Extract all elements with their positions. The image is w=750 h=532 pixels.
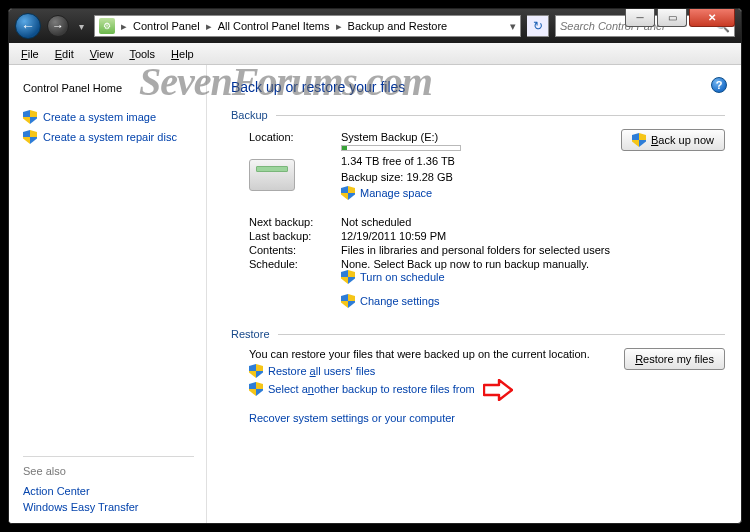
refresh-button[interactable]: ↻ [527, 15, 549, 37]
menu-bar: File Edit View Tools Help [9, 43, 741, 65]
recover-system-link[interactable]: Recover system settings or your computer [249, 412, 455, 424]
minimize-button[interactable]: ─ [625, 9, 655, 27]
link-label: Manage space [360, 187, 432, 199]
restore-legend: Restore [231, 328, 278, 340]
breadcrumb[interactable]: ⚙ ▸ Control Panel ▸ All Control Panel It… [94, 15, 521, 37]
chevron-down-icon[interactable]: ▾ [510, 20, 520, 33]
sidebar-action-center[interactable]: Action Center [23, 483, 194, 499]
free-space: 1.34 TB free of 1.36 TB [341, 155, 611, 167]
shield-icon [249, 382, 263, 396]
sidebar: Control Panel Home Create a system image… [9, 65, 207, 523]
backup-section: Backup Location: System Backup (E:) [231, 109, 725, 314]
shield-icon [341, 270, 355, 284]
last-backup-value: 12/19/2011 10:59 PM [341, 230, 725, 242]
menu-tools[interactable]: Tools [121, 46, 163, 62]
breadcrumb-item[interactable]: All Control Panel Items [216, 20, 332, 32]
chevron-right-icon: ▸ [332, 20, 346, 33]
breadcrumb-item[interactable]: Backup and Restore [346, 20, 450, 32]
menu-help[interactable]: Help [163, 46, 202, 62]
shield-icon [632, 133, 646, 147]
link-label: Turn on schedule [360, 271, 445, 283]
sidebar-item-label: Create a system repair disc [43, 131, 177, 143]
disk-usage-bar [341, 145, 461, 151]
breadcrumb-item[interactable]: Control Panel [131, 20, 202, 32]
shield-icon [341, 294, 355, 308]
backup-legend: Backup [231, 109, 276, 121]
location-value: System Backup (E:) [341, 131, 611, 143]
maximize-button[interactable]: ▭ [657, 9, 687, 27]
chevron-right-icon: ▸ [202, 20, 216, 33]
link-label: Restore all users' files [268, 365, 375, 377]
last-backup-label: Last backup: [249, 230, 341, 242]
menu-view[interactable]: View [82, 46, 122, 62]
shield-icon [341, 186, 355, 200]
back-up-now-button[interactable]: Back up now [621, 129, 725, 151]
contents-value: Files in libraries and personal folders … [341, 244, 725, 256]
restore-description: You can restore your files that were bac… [249, 348, 612, 360]
select-another-backup-link[interactable]: Select another backup to restore files f… [249, 382, 475, 396]
restore-my-files-button[interactable]: Restore my files [624, 348, 725, 370]
link-label: Change settings [360, 295, 440, 307]
turn-on-schedule-link[interactable]: Turn on schedule [341, 270, 445, 284]
nav-forward-button[interactable]: → [47, 15, 69, 37]
chevron-right-icon: ▸ [117, 20, 131, 33]
sidebar-create-repair-disc[interactable]: Create a system repair disc [23, 127, 194, 147]
restore-all-users-link[interactable]: Restore all users' files [249, 364, 375, 378]
schedule-label: Schedule: [249, 258, 341, 286]
backup-size: Backup size: 19.28 GB [341, 171, 611, 183]
drive-icon [249, 159, 295, 191]
contents-label: Contents: [249, 244, 341, 256]
close-button[interactable]: ✕ [689, 9, 735, 27]
location-label: Location: [249, 131, 341, 153]
sidebar-windows-easy-transfer[interactable]: Windows Easy Transfer [23, 499, 194, 515]
restore-section: Restore You can restore your files that … [231, 328, 725, 426]
change-settings-link[interactable]: Change settings [341, 294, 440, 308]
control-panel-icon: ⚙ [99, 18, 115, 34]
button-label: Back up now [651, 134, 714, 146]
next-backup-value: Not scheduled [341, 216, 725, 228]
main-content: ? Back up or restore your files Backup L… [207, 65, 741, 523]
page-title: Back up or restore your files [231, 79, 725, 95]
link-label: Select another backup to restore files f… [268, 383, 475, 395]
sidebar-create-system-image[interactable]: Create a system image [23, 107, 194, 127]
nav-back-button[interactable]: ← [15, 13, 41, 39]
help-icon[interactable]: ? [711, 77, 727, 93]
shield-icon [249, 364, 263, 378]
menu-edit[interactable]: Edit [47, 46, 82, 62]
schedule-value: None. Select Back up now to run backup m… [341, 258, 589, 270]
button-label: Restore my files [635, 353, 714, 365]
nav-history-dropdown[interactable]: ▾ [75, 21, 88, 32]
next-backup-label: Next backup: [249, 216, 341, 228]
divider [23, 456, 194, 457]
sidebar-control-panel-home[interactable]: Control Panel Home [23, 79, 194, 97]
see-also-header: See also [23, 465, 194, 477]
menu-file[interactable]: File [13, 46, 47, 62]
manage-space-link[interactable]: Manage space [341, 186, 432, 200]
shield-icon [23, 110, 37, 124]
sidebar-item-label: Create a system image [43, 111, 156, 123]
shield-icon [23, 130, 37, 144]
